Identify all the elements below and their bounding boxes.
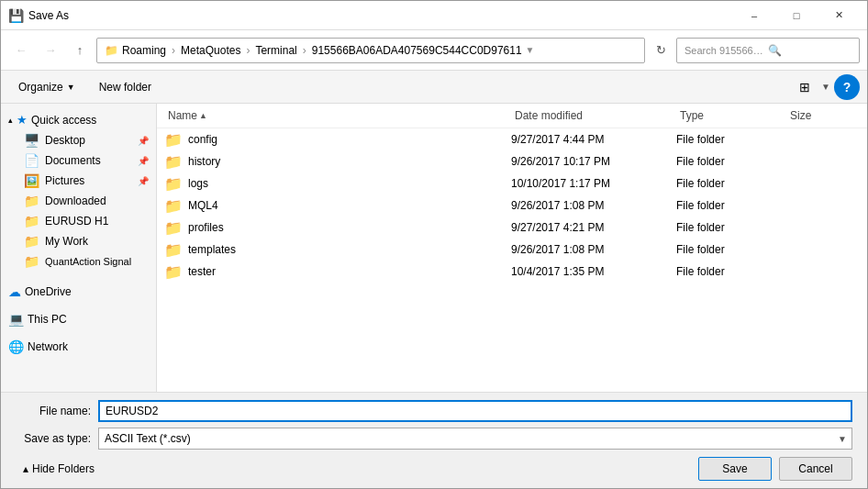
back-button[interactable]: ←: [8, 38, 34, 63]
sidebar-item-desktop[interactable]: 🖥️ Desktop 📌: [1, 130, 156, 150]
quick-access-header[interactable]: ▴ ★ Quick access: [1, 107, 156, 130]
action-bar: Organize ▼ New folder ⊞ ▼ ?: [1, 71, 867, 104]
navigation-bar: ← → ↑ 📁 Roaming › MetaQuotes › Terminal …: [1, 30, 867, 71]
up-button[interactable]: ↑: [67, 38, 93, 63]
sidebar-item-quantaction-label: QuantAction Signal: [45, 256, 131, 267]
col-type[interactable]: Type: [676, 107, 786, 124]
file-name-cell: 📁 profiles: [164, 219, 511, 237]
view-button[interactable]: ⊞: [792, 74, 818, 100]
close-button[interactable]: ✕: [818, 1, 860, 30]
file-name-cell: 📁 tester: [164, 263, 511, 281]
sidebar-item-my-work-label: My Work: [45, 235, 88, 248]
search-placeholder: Search 915566BA06ADA407569C4...: [684, 45, 768, 56]
folder-icon: 📁: [164, 175, 183, 193]
table-row[interactable]: 📁 templates 9/26/2017 1:08 PM File folde…: [157, 239, 867, 261]
pictures-icon: 🖼️: [23, 173, 39, 188]
address-bar[interactable]: 📁 Roaming › MetaQuotes › Terminal › 9155…: [96, 38, 645, 63]
save-button[interactable]: Save: [698, 457, 772, 481]
sidebar-item-downloaded-label: Downloaded: [45, 194, 106, 207]
organize-button[interactable]: Organize ▼: [8, 75, 85, 99]
file-date: 10/4/2017 1:35 PM: [511, 265, 676, 278]
sep2: ›: [246, 44, 250, 57]
organize-label: Organize: [18, 81, 63, 94]
title-bar-buttons: – □ ✕: [733, 1, 860, 30]
col-size[interactable]: Size: [786, 107, 860, 124]
network-icon: 🌐: [8, 339, 24, 354]
file-type: File folder: [676, 133, 786, 146]
cancel-button[interactable]: Cancel: [779, 457, 852, 481]
quantaction-icon: 📁: [23, 254, 39, 269]
file-type: File folder: [676, 177, 786, 190]
col-name[interactable]: Name ▲: [164, 107, 511, 124]
title-bar: 💾 Save As – □ ✕: [1, 1, 867, 30]
onedrive-header[interactable]: ☁ OneDrive: [1, 279, 156, 303]
sep3: ›: [303, 44, 306, 57]
filename-input[interactable]: [98, 400, 852, 422]
table-row[interactable]: 📁 MQL4 9/26/2017 1:08 PM File folder: [157, 194, 867, 217]
file-list-header: Name ▲ Date modified Type Size: [157, 104, 867, 128]
desktop-icon: 🖥️: [23, 133, 39, 148]
search-box[interactable]: Search 915566BA06ADA407569C4... 🔍: [676, 38, 860, 63]
file-name-cell: 📁 MQL4: [164, 197, 511, 215]
documents-icon: 📄: [23, 153, 39, 168]
folder-icon: 📁: [164, 131, 183, 149]
sidebar-item-my-work[interactable]: 📁 My Work: [1, 231, 156, 251]
sidebar-item-quantaction[interactable]: 📁 QuantAction Signal: [1, 251, 156, 272]
file-name-cell: 📁 config: [164, 131, 511, 149]
bottom-area: File name: Save as type: ASCII Text (*.c…: [1, 392, 867, 488]
refresh-button[interactable]: ↻: [649, 39, 673, 62]
file-type: File folder: [676, 199, 786, 212]
pin-icon-pictures: 📌: [138, 176, 149, 186]
organize-dropdown-icon: ▼: [67, 83, 75, 92]
my-work-icon: 📁: [23, 234, 39, 249]
sidebar-item-eurusd[interactable]: 📁 EURUSD H1: [1, 211, 156, 231]
this-pc-label: This PC: [28, 313, 67, 326]
view-separator: ▼: [821, 82, 830, 92]
sidebar-item-pictures[interactable]: 🖼️ Pictures 📌: [1, 171, 156, 191]
file-name: logs: [188, 177, 208, 190]
col-date[interactable]: Date modified: [511, 107, 676, 124]
table-row[interactable]: 📁 profiles 9/27/2017 4:21 PM File folder: [157, 217, 867, 239]
filename-row: File name:: [16, 400, 852, 422]
file-name: history: [188, 155, 220, 168]
network-header[interactable]: 🌐 Network: [1, 334, 156, 358]
table-row[interactable]: 📁 config 9/27/2017 4:44 PM File folder: [157, 128, 867, 150]
address-crumbs: 📁 Roaming › MetaQuotes › Terminal › 9155…: [105, 44, 522, 57]
table-row[interactable]: 📁 tester 10/4/2017 1:35 PM File folder: [157, 261, 867, 283]
savetype-label: Save as type:: [16, 432, 98, 445]
sidebar-item-downloaded[interactable]: 📁 Downloaded: [1, 191, 156, 211]
quick-access-star-icon: ★: [17, 113, 28, 127]
hide-folders-arrow: ▴: [23, 462, 28, 475]
savetype-select[interactable]: ASCII Text (*.csv) CSV (*.csv) Text (*.t…: [98, 428, 852, 450]
filename-label: File name:: [16, 405, 98, 417]
hide-folders-label: Hide Folders: [32, 462, 95, 475]
quick-access-label: Quick access: [31, 114, 96, 127]
file-name: profiles: [188, 221, 224, 234]
folder-icon: 📁: [164, 197, 183, 215]
new-folder-button[interactable]: New folder: [89, 75, 161, 99]
file-type: File folder: [676, 265, 786, 278]
this-pc-icon: 💻: [8, 312, 24, 327]
this-pc-header[interactable]: 💻 This PC: [1, 306, 156, 330]
file-type: File folder: [676, 155, 786, 168]
forward-button[interactable]: →: [38, 38, 63, 63]
sidebar-item-documents-label: Documents: [45, 154, 101, 167]
table-row[interactable]: 📁 history 9/26/2017 10:17 PM File folder: [157, 150, 867, 172]
folder-icon-address: 📁: [105, 44, 118, 57]
file-name-cell: 📁 logs: [164, 175, 511, 193]
sidebar-item-documents[interactable]: 📄 Documents 📌: [1, 150, 156, 171]
minimize-button[interactable]: –: [733, 1, 775, 30]
crumb-roaming: Roaming: [122, 44, 166, 57]
file-date: 10/10/2017 1:17 PM: [511, 177, 676, 190]
file-date: 9/27/2017 4:44 PM: [511, 133, 676, 146]
file-date: 9/26/2017 1:08 PM: [511, 243, 676, 256]
file-name-cell: 📁 templates: [164, 241, 511, 259]
help-button[interactable]: ?: [834, 74, 860, 100]
window-icon: 💾: [8, 8, 23, 23]
onedrive-label: OneDrive: [25, 285, 72, 298]
table-row[interactable]: 📁 logs 10/10/2017 1:17 PM File folder: [157, 172, 867, 194]
maximize-button[interactable]: □: [775, 1, 818, 30]
savetype-select-wrapper: ASCII Text (*.csv) CSV (*.csv) Text (*.t…: [98, 428, 852, 450]
hide-folders-button[interactable]: ▴ Hide Folders: [16, 459, 102, 479]
search-icon: 🔍: [768, 44, 851, 57]
